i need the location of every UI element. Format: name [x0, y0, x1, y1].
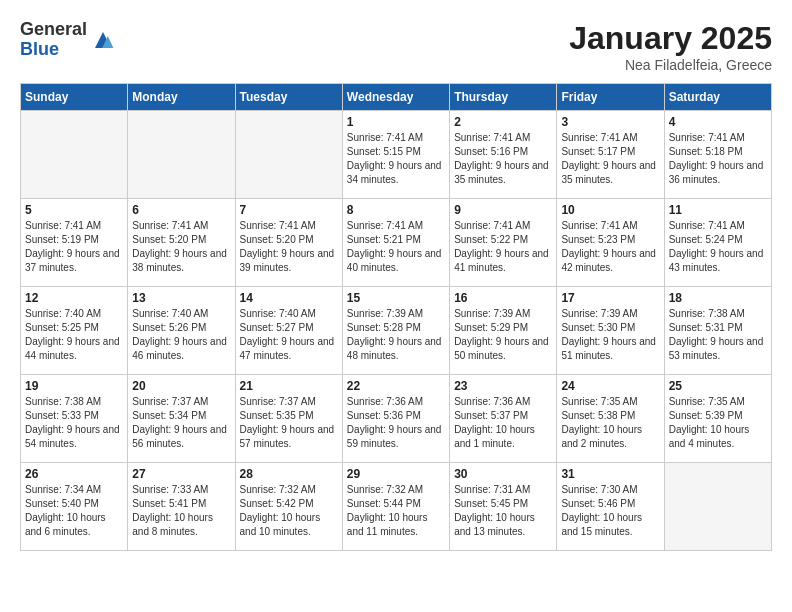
day-number: 26: [25, 467, 123, 481]
calendar-cell: 10 Sunrise: 7:41 AMSunset: 5:23 PMDaylig…: [557, 199, 664, 287]
location: Nea Filadelfeia, Greece: [569, 57, 772, 73]
calendar-cell: 8 Sunrise: 7:41 AMSunset: 5:21 PMDayligh…: [342, 199, 449, 287]
calendar-cell: [664, 463, 771, 551]
calendar-body: 1 Sunrise: 7:41 AMSunset: 5:15 PMDayligh…: [21, 111, 772, 551]
day-number: 6: [132, 203, 230, 217]
calendar-cell: 5 Sunrise: 7:41 AMSunset: 5:19 PMDayligh…: [21, 199, 128, 287]
day-info: Sunrise: 7:40 AMSunset: 5:27 PMDaylight:…: [240, 307, 338, 363]
day-info: Sunrise: 7:37 AMSunset: 5:35 PMDaylight:…: [240, 395, 338, 451]
weekday-header-monday: Monday: [128, 84, 235, 111]
day-number: 12: [25, 291, 123, 305]
day-number: 21: [240, 379, 338, 393]
day-info: Sunrise: 7:40 AMSunset: 5:26 PMDaylight:…: [132, 307, 230, 363]
day-number: 16: [454, 291, 552, 305]
day-info: Sunrise: 7:39 AMSunset: 5:28 PMDaylight:…: [347, 307, 445, 363]
calendar-cell: 16 Sunrise: 7:39 AMSunset: 5:29 PMDaylig…: [450, 287, 557, 375]
weekday-header-sunday: Sunday: [21, 84, 128, 111]
day-info: Sunrise: 7:35 AMSunset: 5:39 PMDaylight:…: [669, 395, 767, 451]
weekday-header-friday: Friday: [557, 84, 664, 111]
day-number: 7: [240, 203, 338, 217]
weekday-header-thursday: Thursday: [450, 84, 557, 111]
calendar-cell: 21 Sunrise: 7:37 AMSunset: 5:35 PMDaylig…: [235, 375, 342, 463]
day-info: Sunrise: 7:41 AMSunset: 5:23 PMDaylight:…: [561, 219, 659, 275]
day-info: Sunrise: 7:41 AMSunset: 5:21 PMDaylight:…: [347, 219, 445, 275]
day-number: 23: [454, 379, 552, 393]
calendar-cell: 6 Sunrise: 7:41 AMSunset: 5:20 PMDayligh…: [128, 199, 235, 287]
day-info: Sunrise: 7:41 AMSunset: 5:22 PMDaylight:…: [454, 219, 552, 275]
day-number: 18: [669, 291, 767, 305]
day-info: Sunrise: 7:41 AMSunset: 5:24 PMDaylight:…: [669, 219, 767, 275]
calendar-cell: 27 Sunrise: 7:33 AMSunset: 5:41 PMDaylig…: [128, 463, 235, 551]
day-info: Sunrise: 7:38 AMSunset: 5:33 PMDaylight:…: [25, 395, 123, 451]
day-info: Sunrise: 7:39 AMSunset: 5:29 PMDaylight:…: [454, 307, 552, 363]
day-number: 15: [347, 291, 445, 305]
week-row-3: 12 Sunrise: 7:40 AMSunset: 5:25 PMDaylig…: [21, 287, 772, 375]
day-number: 11: [669, 203, 767, 217]
logo: General Blue: [20, 20, 115, 60]
day-info: Sunrise: 7:35 AMSunset: 5:38 PMDaylight:…: [561, 395, 659, 451]
day-info: Sunrise: 7:32 AMSunset: 5:42 PMDaylight:…: [240, 483, 338, 539]
calendar-cell: 28 Sunrise: 7:32 AMSunset: 5:42 PMDaylig…: [235, 463, 342, 551]
day-info: Sunrise: 7:38 AMSunset: 5:31 PMDaylight:…: [669, 307, 767, 363]
weekday-header-wednesday: Wednesday: [342, 84, 449, 111]
calendar-cell: 4 Sunrise: 7:41 AMSunset: 5:18 PMDayligh…: [664, 111, 771, 199]
day-number: 17: [561, 291, 659, 305]
calendar-cell: 23 Sunrise: 7:36 AMSunset: 5:37 PMDaylig…: [450, 375, 557, 463]
day-info: Sunrise: 7:41 AMSunset: 5:19 PMDaylight:…: [25, 219, 123, 275]
day-info: Sunrise: 7:41 AMSunset: 5:20 PMDaylight:…: [132, 219, 230, 275]
calendar-cell: 29 Sunrise: 7:32 AMSunset: 5:44 PMDaylig…: [342, 463, 449, 551]
day-number: 2: [454, 115, 552, 129]
calendar-cell: 2 Sunrise: 7:41 AMSunset: 5:16 PMDayligh…: [450, 111, 557, 199]
day-number: 27: [132, 467, 230, 481]
calendar-cell: 14 Sunrise: 7:40 AMSunset: 5:27 PMDaylig…: [235, 287, 342, 375]
calendar-cell: 31 Sunrise: 7:30 AMSunset: 5:46 PMDaylig…: [557, 463, 664, 551]
calendar-cell: 11 Sunrise: 7:41 AMSunset: 5:24 PMDaylig…: [664, 199, 771, 287]
calendar-cell: 19 Sunrise: 7:38 AMSunset: 5:33 PMDaylig…: [21, 375, 128, 463]
week-row-5: 26 Sunrise: 7:34 AMSunset: 5:40 PMDaylig…: [21, 463, 772, 551]
day-number: 28: [240, 467, 338, 481]
calendar-cell: 3 Sunrise: 7:41 AMSunset: 5:17 PMDayligh…: [557, 111, 664, 199]
calendar-cell: [128, 111, 235, 199]
calendar-cell: 30 Sunrise: 7:31 AMSunset: 5:45 PMDaylig…: [450, 463, 557, 551]
calendar-cell: 18 Sunrise: 7:38 AMSunset: 5:31 PMDaylig…: [664, 287, 771, 375]
day-number: 10: [561, 203, 659, 217]
calendar-cell: 20 Sunrise: 7:37 AMSunset: 5:34 PMDaylig…: [128, 375, 235, 463]
day-number: 13: [132, 291, 230, 305]
calendar-cell: 9 Sunrise: 7:41 AMSunset: 5:22 PMDayligh…: [450, 199, 557, 287]
day-number: 22: [347, 379, 445, 393]
calendar-cell: 15 Sunrise: 7:39 AMSunset: 5:28 PMDaylig…: [342, 287, 449, 375]
day-number: 3: [561, 115, 659, 129]
day-info: Sunrise: 7:33 AMSunset: 5:41 PMDaylight:…: [132, 483, 230, 539]
day-info: Sunrise: 7:31 AMSunset: 5:45 PMDaylight:…: [454, 483, 552, 539]
calendar-cell: 22 Sunrise: 7:36 AMSunset: 5:36 PMDaylig…: [342, 375, 449, 463]
day-info: Sunrise: 7:34 AMSunset: 5:40 PMDaylight:…: [25, 483, 123, 539]
day-info: Sunrise: 7:36 AMSunset: 5:37 PMDaylight:…: [454, 395, 552, 451]
day-info: Sunrise: 7:30 AMSunset: 5:46 PMDaylight:…: [561, 483, 659, 539]
day-info: Sunrise: 7:36 AMSunset: 5:36 PMDaylight:…: [347, 395, 445, 451]
day-info: Sunrise: 7:37 AMSunset: 5:34 PMDaylight:…: [132, 395, 230, 451]
weekday-header-saturday: Saturday: [664, 84, 771, 111]
week-row-4: 19 Sunrise: 7:38 AMSunset: 5:33 PMDaylig…: [21, 375, 772, 463]
day-number: 1: [347, 115, 445, 129]
day-number: 24: [561, 379, 659, 393]
logo-icon: [91, 28, 115, 52]
weekday-header-row: SundayMondayTuesdayWednesdayThursdayFrid…: [21, 84, 772, 111]
day-info: Sunrise: 7:41 AMSunset: 5:15 PMDaylight:…: [347, 131, 445, 187]
day-info: Sunrise: 7:41 AMSunset: 5:17 PMDaylight:…: [561, 131, 659, 187]
day-number: 25: [669, 379, 767, 393]
day-number: 31: [561, 467, 659, 481]
day-number: 30: [454, 467, 552, 481]
logo-blue-text: Blue: [20, 40, 87, 60]
calendar-cell: 13 Sunrise: 7:40 AMSunset: 5:26 PMDaylig…: [128, 287, 235, 375]
day-info: Sunrise: 7:41 AMSunset: 5:18 PMDaylight:…: [669, 131, 767, 187]
logo-general-text: General: [20, 20, 87, 40]
calendar-cell: [235, 111, 342, 199]
weekday-header-tuesday: Tuesday: [235, 84, 342, 111]
month-title: January 2025: [569, 20, 772, 57]
calendar-cell: 7 Sunrise: 7:41 AMSunset: 5:20 PMDayligh…: [235, 199, 342, 287]
day-info: Sunrise: 7:41 AMSunset: 5:16 PMDaylight:…: [454, 131, 552, 187]
day-info: Sunrise: 7:39 AMSunset: 5:30 PMDaylight:…: [561, 307, 659, 363]
day-number: 8: [347, 203, 445, 217]
calendar-cell: [21, 111, 128, 199]
day-number: 29: [347, 467, 445, 481]
